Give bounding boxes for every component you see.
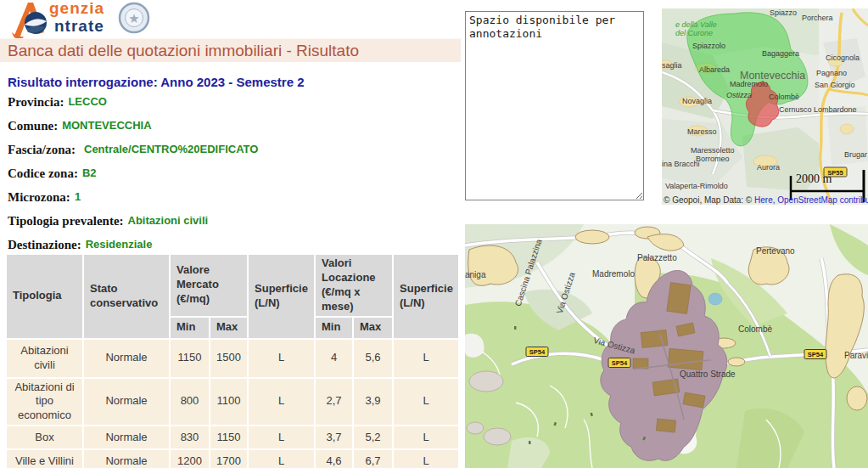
map-label-borromeo: Borromeo: [696, 155, 730, 163]
table-cell: L: [249, 426, 314, 448]
svg-text:SP54: SP54: [808, 351, 824, 358]
map-label-albareda: Albareda: [699, 65, 730, 74]
table-cell: Normale: [84, 340, 169, 377]
map-label-colombe: Colombè: [769, 93, 799, 101]
table-cell: Box: [7, 426, 82, 448]
th-min-locazione: Min: [316, 318, 352, 338]
logo-sphere-icon: [25, 12, 47, 34]
table-cell: L: [394, 340, 458, 377]
map-label-bracchi: ina Bracchi: [662, 160, 700, 168]
field-label: Fascia/zona:: [8, 143, 76, 156]
table-cell: Normale: [84, 426, 169, 448]
result-heading: Risultato interrogazione: Anno 2023 - Se…: [8, 75, 305, 89]
field-value: Centrale/CENTRO%20EDIFICATO: [84, 143, 258, 155]
table-cell: 800: [171, 379, 209, 426]
map-label-quattro-strade: Quattro Strade: [680, 369, 736, 379]
map-label-ostizza: Ostizza: [726, 91, 752, 99]
table-cell: 4,6: [316, 450, 352, 468]
sp54-badge: SP54: [526, 347, 548, 357]
map-label-park-line1: e della Valle: [675, 20, 717, 29]
table-cell: 3,9: [354, 379, 392, 426]
app-root: genzia ntrate ★ Banca dati delle quotazi…: [0, 0, 868, 468]
table-cell: 3,7: [316, 426, 352, 448]
field-value: Residenziale: [86, 238, 153, 251]
table-row: Ville e Villini Normale 1200 1700 L 4,6 …: [7, 450, 458, 468]
map-attribution: © Geopoi, Map Data: © Here, OpenStreetMa…: [664, 195, 868, 205]
overview-map-canvas[interactable]: e della Valle del Curone Spiazzo Porcher…: [662, 8, 868, 205]
table-row: Abitazioni civili Normale 1150 1500 L 4 …: [7, 340, 458, 377]
field-row-fascia: Fascia/zona:Centrale/CENTRO%20EDIFICATO: [8, 143, 258, 157]
map-label-maresso: Maresso: [687, 127, 717, 136]
svg-text:★: ★: [128, 11, 139, 25]
map-label-park-line2: del Curone: [675, 29, 713, 37]
map-label-madremolo: Madremolo: [730, 80, 768, 88]
detail-map-canvas[interactable]: aniga Cascina Palazzina Via Ostizza Madr…: [465, 224, 868, 468]
quotes-table: Tipologia Stato conservativo Valore Merc…: [5, 253, 460, 468]
map-label-cicognola: Cicognola: [826, 54, 860, 62]
detail-map[interactable]: aniga Cascina Palazzina Via Ostizza Madr…: [465, 224, 868, 468]
attribution-link-here[interactable]: Here: [754, 195, 773, 205]
field-row-tipologia-prevalente: Tipologia prevalente:Abitazioni civili: [8, 214, 208, 228]
table-cell: Normale: [84, 450, 169, 468]
map-label-spiazzolo: Spiazzolo: [692, 42, 725, 50]
logo-text-bottom: ntrate: [54, 17, 104, 35]
agenzia-entrate-logo[interactable]: genzia ntrate ★: [5, 0, 158, 39]
table-cell: 4: [316, 340, 352, 377]
table-cell: 5,6: [354, 340, 392, 377]
map-label-aurora: Aurora: [757, 163, 780, 172]
map-label-colombe: Colombè: [738, 324, 772, 334]
sp54-badge: SP54: [804, 350, 826, 359]
th-superficie-2: Superficie (L/N): [394, 255, 458, 338]
field-label: Provincia:: [8, 95, 64, 109]
map-label-san-giorgio: San Giorgio: [815, 81, 855, 89]
table-cell: L: [249, 450, 314, 468]
map-label-novaglia: Novaglia: [682, 97, 712, 105]
field-row-provincia: Provincia:LECCO: [8, 95, 107, 110]
map-label-paravino: Paravino: [844, 351, 868, 360]
overview-map[interactable]: e della Valle del Curone Spiazzo Porcher…: [662, 8, 868, 205]
map-label-aniga: aniga: [465, 270, 486, 279]
attribution-text: © Geopoi, Map Data: ©: [664, 195, 754, 205]
table-cell: 1100: [210, 379, 247, 426]
field-value: 1: [75, 190, 81, 203]
table-header-row: Tipologia Stato conservativo Valore Merc…: [7, 255, 458, 316]
table-cell: L: [394, 450, 458, 468]
page-title: Banca dati delle quotazioni immobiliari …: [0, 39, 461, 62]
th-max-mercato: Max: [210, 318, 247, 338]
table-cell: 1150: [171, 340, 209, 377]
pond: [708, 293, 722, 305]
th-min-mercato: Min: [171, 318, 209, 338]
page-title-bar: Banca dati delle quotazioni immobiliari …: [0, 38, 461, 62]
map-label-brugar: Brugar: [844, 150, 867, 159]
table-cell: L: [249, 340, 314, 377]
field-label: Codice zona:: [8, 166, 78, 180]
table-cell: 5,2: [354, 426, 392, 448]
annotations-textarea[interactable]: Spazio disponibile per annotazioni: [465, 11, 644, 200]
attribution-link-osm[interactable]: OpenStreetMap contributor: [777, 195, 868, 205]
th-max-locazione: Max: [354, 318, 392, 338]
table-cell: 830: [171, 426, 209, 448]
th-valore-mercato: Valore Mercato (€/mq): [171, 255, 247, 316]
map-label-bagaggera: Bagaggera: [762, 49, 799, 58]
sp55-badge: SP55: [824, 167, 847, 177]
table-cell: 6,7: [354, 450, 392, 468]
map-label-spiazzo: Spiazzo: [770, 8, 797, 17]
field-value: Abitazioni civili: [128, 214, 209, 227]
field-row-codice-zona: Codice zona:B2: [8, 166, 97, 181]
th-superficie-1: Superficie (L/N): [249, 255, 314, 338]
map-label-pertevano: Pertevano: [756, 246, 795, 256]
map-label-saglia: saglia: [662, 61, 682, 70]
table-cell: 2,7: [316, 379, 352, 426]
table-cell: Ville e Villini: [7, 450, 82, 468]
field-row-destinazione: Destinazione:Residenziale: [8, 238, 152, 252]
field-label: Tipologia prevalente:: [8, 214, 124, 228]
map-label-pagnano: Pagnano: [816, 69, 847, 77]
table-cell: 1700: [210, 450, 247, 468]
map-label-porchera: Porchera: [802, 14, 833, 22]
table-cell: Abitazioni di tipo economico: [7, 379, 82, 426]
th-stato-conservativo: Stato conservativo: [84, 255, 169, 338]
map-label-madremolo: Madremolo: [592, 269, 635, 279]
th-tipologia: Tipologia: [7, 255, 82, 338]
table-row: Box Normale 830 1150 L 3,7 5,2 L: [7, 426, 458, 448]
table-cell: L: [249, 379, 314, 426]
